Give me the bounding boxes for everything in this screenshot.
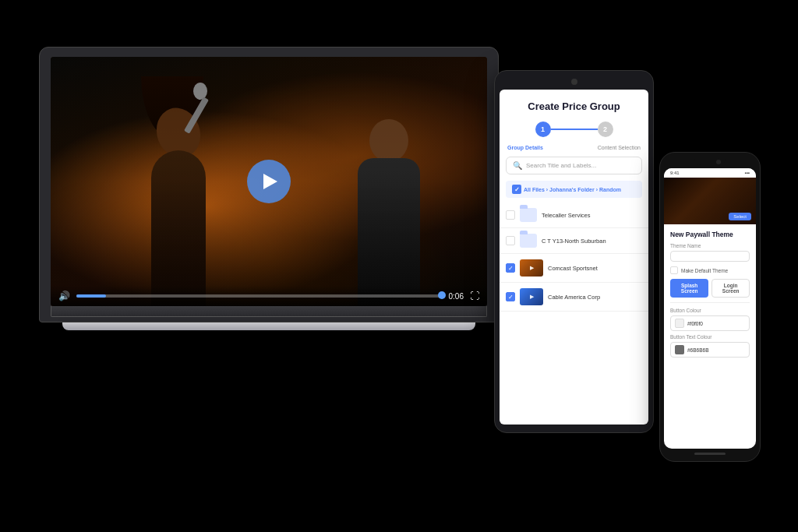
table-row[interactable]: Comcast Sportsnet: [500, 254, 648, 283]
default-theme-row: Make Default Theme: [670, 266, 750, 274]
screen-type-buttons: Splash Screen Login Screen: [670, 279, 750, 298]
row-checkbox-1[interactable]: [506, 210, 515, 220]
laptop-bottom: [62, 322, 475, 330]
step1-label: Group Details: [507, 145, 543, 150]
row-label-4: Cable America Corp: [548, 294, 642, 301]
phone-divider: [670, 302, 750, 303]
search-icon: 🔍: [513, 161, 522, 170]
progress-fill: [76, 294, 106, 298]
theme-name-input[interactable]: [670, 251, 750, 262]
step-2-dot: 2: [598, 122, 613, 137]
step2-label: Content Selection: [598, 145, 641, 150]
phone-status-bar: 9:41 ▪▪▪: [664, 168, 756, 178]
button-text-color-row[interactable]: #6B6B6B: [670, 342, 750, 358]
tablet-screen: Create Price Group 1 2 Group Details Con…: [500, 90, 648, 425]
tablet-steps: 1 2: [500, 118, 648, 145]
tablet-title: Create Price Group: [500, 90, 648, 118]
phone-section-title: New Paywall Theme: [670, 231, 750, 238]
tablet: Create Price Group 1 2 Group Details Con…: [494, 70, 654, 433]
volume-icon[interactable]: 🔊: [58, 291, 70, 301]
fullscreen-icon[interactable]: ⛶: [470, 291, 479, 301]
folder-breadcrumb[interactable]: ✓ All Files › Johanna's Folder › Random: [506, 181, 642, 198]
phone-status-right: ▪▪▪: [745, 171, 750, 175]
default-theme-label: Make Default Theme: [681, 268, 728, 273]
button-text-color-label: Button Text Colour: [670, 334, 750, 340]
phone-time: 9:41: [670, 171, 680, 175]
button-color-label: Button Colour: [670, 308, 750, 313]
laptop-base: [51, 306, 487, 317]
splash-screen-button[interactable]: Splash Screen: [670, 279, 708, 298]
thumb-play-4: [520, 288, 543, 305]
folder-checkbox: ✓: [512, 185, 521, 194]
video-controls: 🔊 0:06 ⛶: [51, 286, 487, 306]
step-line: [551, 129, 598, 130]
button-color-swatch: [675, 319, 684, 328]
row-checkbox-2[interactable]: [506, 236, 515, 245]
step-1-dot: 1: [535, 122, 551, 137]
row-checkbox-4[interactable]: [506, 292, 515, 301]
phone-top-button[interactable]: Select: [729, 213, 751, 220]
button-color-hex: #f0f0f0: [687, 321, 703, 326]
time-label: 0:06: [449, 292, 464, 301]
table-row[interactable]: Cable America Corp: [500, 283, 648, 312]
phone-top-image: Select: [664, 178, 756, 224]
default-theme-checkbox[interactable]: [670, 266, 678, 274]
phone-content: New Paywall Theme Theme Name Make Defaul…: [664, 224, 756, 365]
laptop-screen-outer: 🔊 0:06 ⛶: [39, 47, 499, 322]
thumb-play-3: [520, 259, 543, 277]
row-label-3: Comcast Sportsnet: [548, 265, 642, 272]
search-placeholder: Search Title and Labels...: [526, 162, 596, 169]
row-checkbox-3[interactable]: [506, 263, 515, 273]
login-screen-button[interactable]: Login Screen: [711, 279, 750, 298]
button-text-hex: #6B6B6B: [687, 347, 708, 353]
scene: 🔊 0:06 ⛶ Create Price Group 1: [0, 0, 798, 532]
play-button[interactable]: [247, 160, 291, 203]
table-row[interactable]: Telecaller Services: [500, 203, 648, 228]
phone: 9:41 ▪▪▪ Select New Paywall Theme Theme …: [659, 152, 761, 462]
step-labels: Group Details Content Selection: [500, 145, 648, 157]
laptop-screen: 🔊 0:06 ⛶: [51, 57, 487, 306]
progress-thumb: [438, 291, 446, 299]
tablet-camera: [571, 79, 577, 85]
video-thumb-3: [520, 259, 543, 277]
play-icon: [263, 174, 277, 189]
phone-notch: [694, 159, 726, 165]
row-label-2: C T Y13-North Suburban: [542, 238, 642, 245]
folder-icon-2: [520, 234, 537, 248]
folder-icon-1: [520, 208, 537, 222]
phone-home-bar: [694, 453, 726, 455]
progress-bar[interactable]: [76, 294, 443, 298]
theme-name-label: Theme Name: [670, 243, 750, 248]
laptop: 🔊 0:06 ⛶: [39, 47, 499, 330]
folder-path: All Files › Johanna's Folder › Random: [524, 187, 621, 192]
phone-screen: 9:41 ▪▪▪ Select New Paywall Theme Theme …: [664, 168, 756, 449]
video-thumb-4: [520, 288, 543, 305]
button-color-swatch-row[interactable]: #f0f0f0: [670, 315, 750, 331]
button-text-color-swatch: [675, 345, 684, 354]
table-row[interactable]: C T Y13-North Suburban: [500, 228, 648, 254]
row-label-1: Telecaller Services: [542, 212, 642, 219]
phone-camera: [716, 160, 721, 164]
tablet-search-bar[interactable]: 🔍 Search Title and Labels...: [506, 157, 642, 174]
